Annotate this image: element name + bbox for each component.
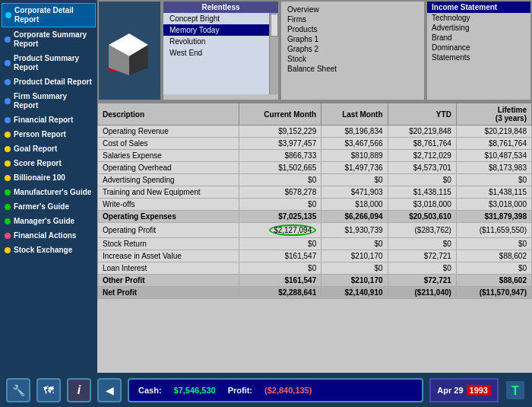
cash-label: Cash: [138, 386, 162, 395]
cell-lifetime: $0 [456, 174, 531, 186]
sidebar-item-stock-exchange[interactable]: Stock Exchange [2, 243, 96, 257]
table-row: Stock Return$0$0$0$0 [98, 238, 532, 250]
nav-statements[interactable]: Statements [427, 52, 530, 62]
cell-last: $810,889 [321, 150, 388, 162]
company-logo [97, 0, 162, 101]
cell-description: Loan Interest [98, 262, 239, 275]
sidebar-item-billionaire[interactable]: Billionaire 100 [2, 171, 96, 185]
cell-current: $0 [239, 199, 321, 211]
tel-icon: T [505, 380, 526, 401]
nav-dominance[interactable]: Dominance [427, 43, 530, 52]
bullet-icon [5, 37, 11, 43]
cell-description: Increase in Asset Value [98, 250, 239, 262]
brand-item-concept-bright[interactable]: Concept Bright [163, 13, 278, 24]
sidebar-item-corporate-summary[interactable]: Corporate Summary Report [2, 28, 96, 51]
nav-firms[interactable]: Firms [284, 14, 421, 24]
sidebar-item-manager[interactable]: Manager's Guide [2, 215, 96, 228]
center-nav-panel: Overview Firms Products Graphs 1 Graphs … [280, 0, 426, 101]
cell-current: $0 [239, 174, 321, 186]
bullet-icon [5, 218, 11, 224]
col-header-last: Last Month [321, 103, 388, 126]
bullet-icon [5, 132, 11, 138]
nav-stock[interactable]: Stock [284, 54, 421, 64]
cell-last: $471,903 [321, 186, 388, 199]
toolbar-btn-map[interactable]: 🗺 [36, 378, 61, 402]
nav-brand[interactable]: Brand [427, 33, 530, 43]
cell-ytd: $72,721 [388, 275, 456, 287]
cell-ytd: $0 [388, 238, 456, 250]
cell-lifetime: ($11,659,550) [456, 223, 531, 238]
col-header-description: Description [98, 103, 239, 126]
main-content: Relentless Concept Bright Memory Today R… [97, 0, 532, 373]
scrollbar-thumb[interactable] [271, 14, 278, 37]
bullet-icon [5, 189, 11, 196]
nav-advertising[interactable]: Advertising [427, 23, 530, 33]
brand-list-header: Relentless [163, 2, 278, 13]
sidebar-item-person[interactable]: Person Report [2, 128, 96, 141]
cell-current: $2,288,641 [239, 287, 321, 299]
date-display: Apr 29 1993 [429, 378, 499, 402]
sidebar-item-score[interactable]: Score Report [2, 157, 96, 170]
nav-products[interactable]: Products [284, 24, 421, 34]
nav-balance-sheet[interactable]: Balance Sheet [284, 64, 421, 74]
cell-ytd: $8,761,764 [388, 138, 456, 150]
brand-item-memory-today[interactable]: Memory Today [163, 24, 278, 36]
toolbar-btn-tools[interactable]: 🔧 [6, 378, 30, 402]
cell-current: $9,152,229 [239, 126, 321, 138]
nav-graphs2[interactable]: Graphs 2 [284, 44, 421, 54]
year-text: 1993 [467, 385, 491, 396]
cell-ytd: $3,018,000 [388, 199, 456, 211]
sidebar-item-product-detail[interactable]: Product Detail Report [2, 75, 96, 89]
nav-graphs1[interactable]: Graphs 1 [284, 34, 421, 44]
brand-item-revolution[interactable]: Revolution [163, 36, 278, 47]
bullet-icon [5, 146, 11, 152]
brand-list-panel: Relentless Concept Bright Memory Today R… [162, 0, 280, 101]
table-row: Operating Revenue$9,152,229$8,196,834$20… [98, 126, 532, 138]
bullet-icon [5, 233, 11, 239]
nav-technology[interactable]: Technology [427, 13, 530, 23]
svg-text:T: T [511, 384, 519, 397]
table-row: Salaries Expense$866,733$810,889$2,712,0… [98, 150, 532, 162]
cell-last: $18,000 [321, 199, 388, 211]
table-row: Operating Expenses$7,025,135$6,266,094$2… [98, 211, 532, 223]
bullet-icon [5, 117, 11, 123]
toolbar-btn-info[interactable]: i [67, 378, 91, 402]
cell-last: $3,467,566 [321, 138, 388, 150]
cell-lifetime: $0 [456, 262, 531, 275]
sidebar-item-financial-actions[interactable]: Financial Actions [2, 229, 96, 243]
brand-item-west-end[interactable]: West End [163, 47, 278, 59]
cell-description: Write-offs [98, 199, 239, 211]
cell-last: $1,930,739 [321, 223, 388, 238]
cell-lifetime: ($11,570,947) [456, 287, 531, 299]
cell-lifetime: $3,018,000 [456, 199, 531, 211]
cell-description: Operating Expenses [98, 211, 239, 223]
sidebar-item-farmer[interactable]: Farmer's Guide [2, 200, 96, 214]
cell-ytd: $1,438,115 [388, 186, 456, 199]
toolbar-btn-back[interactable]: ◀ [97, 378, 122, 402]
cash-value: $7,546,530 [174, 386, 216, 395]
sidebar-item-corporate-detail[interactable]: Corporate Detail Report [2, 3, 96, 27]
cell-current: $161,547 [239, 275, 321, 287]
table-row: Increase in Asset Value$161,547$210,170$… [98, 250, 532, 262]
table-row: Training and New Equipment$678,278$471,9… [98, 186, 532, 199]
cell-lifetime: $8,761,764 [456, 138, 531, 150]
sidebar-item-product-summary[interactable]: Product Summary Report [2, 52, 96, 75]
sidebar-item-firm-summary[interactable]: Firm Summary Report [2, 90, 96, 113]
cell-ytd: $20,219,848 [388, 126, 456, 138]
cell-current: $678,278 [239, 186, 321, 199]
sidebar-item-financial[interactable]: Financial Report [2, 113, 96, 127]
cell-lifetime: $8,173,983 [456, 162, 531, 174]
nav-overview[interactable]: Overview [284, 5, 421, 14]
col-header-lifetime: Lifetime(3 years) [456, 103, 531, 126]
sidebar-item-goal[interactable]: Goal Report [2, 142, 96, 156]
right-nav-panel: Income Statement Technology Advertising … [426, 0, 532, 101]
date-text: Apr 29 [437, 386, 463, 395]
cell-current: $0 [239, 262, 321, 275]
sidebar-item-manufacturer[interactable]: Manufacturer's Guide [2, 186, 96, 199]
cell-lifetime: $31,879,398 [456, 211, 531, 223]
bullet-icon [5, 161, 11, 167]
brand-list-scrollbar[interactable] [269, 13, 278, 94]
bullet-icon [5, 98, 11, 104]
cell-current: $3,977,457 [239, 138, 321, 150]
cell-current: $0 [239, 238, 321, 250]
